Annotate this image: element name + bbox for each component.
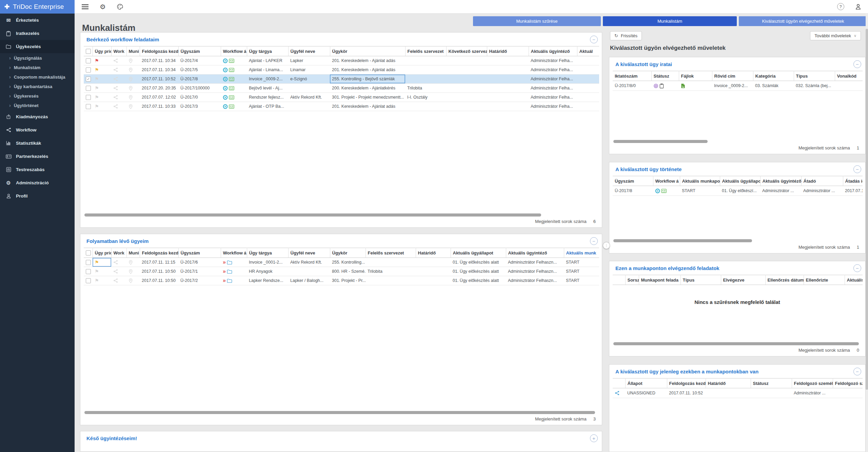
column-header[interactable]: Aktuális ügyállapot <box>451 248 506 258</box>
sidebar-item-ugykezeles[interactable]: Ügykezelés <box>0 40 75 53</box>
column-header[interactable]: Feldolgozás kezde <box>140 46 178 56</box>
checkbox[interactable] <box>86 269 91 274</box>
column-header[interactable]: Ügyszám <box>178 248 221 258</box>
checkbox[interactable] <box>86 260 91 265</box>
sidebar-item-testreszabas[interactable]: Testreszabás <box>0 163 75 176</box>
brand-logo[interactable]: ✚ TriDoc Enterprise <box>0 0 75 14</box>
table-row[interactable]: ⚑2017.07.11. 10:50Ü-2017/2»Lapker Rendsz… <box>84 276 599 285</box>
table-row[interactable]: Ü-2017/8START01. Ügy előkészí...Adminisz… <box>613 186 863 196</box>
table-row[interactable]: ⚑2017.07.11. 10:50Ü-2017/1»HR Anyagok800… <box>84 267 599 276</box>
column-header[interactable]: Ügy tárgya <box>247 46 288 56</box>
sidebar-item-munkalistam[interactable]: ›Munkalistám <box>0 63 75 72</box>
column-header[interactable]: Felelős szervezet <box>366 248 416 258</box>
checkbox[interactable] <box>86 67 91 73</box>
sidebar-item-profil[interactable]: Profil <box>0 189 75 203</box>
column-header[interactable]: Iktatószám <box>613 71 651 81</box>
column-header[interactable]: Ügy prio <box>93 248 111 258</box>
h-scrollbar[interactable] <box>613 342 861 345</box>
checkbox[interactable] <box>86 250 91 255</box>
gear-icon[interactable]: ⚙ <box>100 3 106 10</box>
column-header[interactable]: Aktuális ügyintéző <box>529 46 577 56</box>
column-header[interactable]: Munkapont felada <box>639 275 680 285</box>
column-header[interactable]: Feldolgozó szerv <box>833 378 863 388</box>
expand-icon[interactable]: + <box>590 434 598 442</box>
column-header[interactable]: Aktuális ügyintéző <box>506 248 564 258</box>
column-header[interactable]: Vonalkód <box>835 71 863 81</box>
checkbox[interactable] <box>86 86 91 91</box>
column-header[interactable] <box>613 378 625 388</box>
table-row[interactable]: ✓⚑2017.07.11. 10:52Ü-2017/8Invoice _0009… <box>84 75 599 84</box>
column-header[interactable]: Ügy prio <box>93 46 111 56</box>
column-header[interactable]: Ellenőrizte <box>804 275 845 285</box>
refresh-button[interactable]: ↻ Frissítés <box>610 31 642 40</box>
menu-icon[interactable] <box>81 4 89 9</box>
table-row[interactable]: Ü-2017/8/0Invoice _0009-2...03. Számlák0… <box>613 81 863 91</box>
column-header[interactable]: Work <box>111 46 126 56</box>
collapse-icon[interactable]: − <box>853 165 861 173</box>
sidebar-item-iratkezeles[interactable]: Iratkezelés <box>0 27 75 40</box>
column-header[interactable]: Típus <box>680 275 721 285</box>
column-header[interactable]: Aktuál <box>577 46 599 56</box>
sidebar-item-ugyszignalas[interactable]: ›Ügyszignálás <box>0 53 75 63</box>
column-header[interactable]: Ellenőrzés dátuma <box>765 275 804 285</box>
user-icon[interactable] <box>855 4 861 10</box>
more-actions-button[interactable]: További műveletek ∨ <box>810 31 861 40</box>
checkbox[interactable] <box>86 278 91 283</box>
column-header[interactable] <box>84 248 93 258</box>
table-row[interactable]: ⚑2017.07.07. 12:02Ü-2017/0Rendszer fejle… <box>84 93 599 102</box>
column-header[interactable]: Feldolgozás kezde <box>140 248 178 258</box>
column-header[interactable]: Aktuális munkapo <box>680 176 720 186</box>
column-header[interactable]: Ügyfél neve <box>288 46 330 56</box>
sidebar-item-erkeztetes[interactable]: ✉Érkeztetés <box>0 14 75 27</box>
column-header[interactable]: Ügyszám <box>178 46 221 56</box>
table-row[interactable]: ⚑2017.07.20. 20:35Ü-2017/100000Bejövő le… <box>84 84 599 93</box>
sidebar-item-ugy-karbantartasa[interactable]: ›Ügy karbantartása <box>0 82 75 91</box>
column-header[interactable]: Kategória <box>753 71 794 81</box>
column-header[interactable]: Fájlok <box>679 71 712 81</box>
sidebar-item-ugytortenet[interactable]: ›Ügytörténet <box>0 101 75 110</box>
collapse-icon[interactable]: − <box>590 36 598 43</box>
column-header[interactable]: Rövid cím <box>712 71 753 81</box>
sidebar-item-statisztikak[interactable]: Statisztikák <box>0 137 75 150</box>
column-header[interactable]: Határidő <box>416 248 451 258</box>
sidebar-item-kiadmanyozas[interactable]: Kiadmányozás <box>0 110 75 123</box>
column-header[interactable]: Állapot <box>625 378 667 388</box>
column-header[interactable]: Ügyfél neve <box>288 248 330 258</box>
table-row[interactable]: ⚑2017.07.11. 10:33Ü-2017/3Ajánlat - OTP … <box>84 102 599 111</box>
palette-icon[interactable] <box>117 3 123 10</box>
column-header[interactable]: Státusz <box>751 378 792 388</box>
checkbox[interactable] <box>86 95 91 100</box>
column-header[interactable] <box>84 46 93 56</box>
table-row[interactable]: ⚑2017.07.11. 10:34Ü-2017/5Ajánlat - Lina… <box>84 65 599 75</box>
column-header[interactable]: Elvégezve <box>721 275 765 285</box>
column-header[interactable]: Átadás id <box>843 176 863 186</box>
table-row[interactable]: ⚑2017.07.11. 10:34Ü-2017/4Ajánlat - LAPK… <box>84 56 599 65</box>
column-header[interactable]: Következő szervez <box>446 46 487 56</box>
sidebar-item-adminisztracio[interactable]: ⚙Adminisztráció <box>0 176 75 189</box>
checkbox[interactable] <box>86 58 91 63</box>
column-header[interactable]: Határidő <box>487 46 529 56</box>
column-header[interactable]: Work <box>111 248 126 258</box>
column-header[interactable]: Ügykör <box>330 248 366 258</box>
column-header[interactable]: Workflow á <box>221 46 247 56</box>
column-header[interactable]: Ügykör <box>330 46 405 56</box>
h-scrollbar[interactable] <box>613 140 861 143</box>
checkbox[interactable]: ✓ <box>86 77 91 82</box>
column-header[interactable]: Muni <box>126 46 140 56</box>
column-header[interactable]: Típus <box>794 71 835 81</box>
column-header[interactable]: Ügyszám <box>613 176 653 186</box>
column-header[interactable]: Felelős szervezet <box>405 46 446 56</box>
column-header[interactable]: Aktuális ügyintéző <box>760 176 801 186</box>
sidebar-item-partnerkezeles[interactable]: Partnerkezelés <box>0 150 75 163</box>
collapse-icon[interactable]: − <box>590 237 598 245</box>
column-header[interactable]: Feldolgozó személ <box>792 378 833 388</box>
checkbox[interactable] <box>86 104 91 109</box>
collapse-icon[interactable]: − <box>853 368 861 375</box>
help-icon[interactable]: ? <box>837 3 844 10</box>
column-header[interactable]: Aktuális <box>845 275 863 285</box>
column-header[interactable]: Muni <box>126 248 140 258</box>
column-header[interactable]: Feldolgozás kezde <box>667 378 706 388</box>
tab-munkalistam-szurese[interactable]: Munkalistám szűrése <box>473 16 601 26</box>
v-scrollbar[interactable] <box>866 14 868 452</box>
h-scrollbar[interactable] <box>613 239 861 242</box>
